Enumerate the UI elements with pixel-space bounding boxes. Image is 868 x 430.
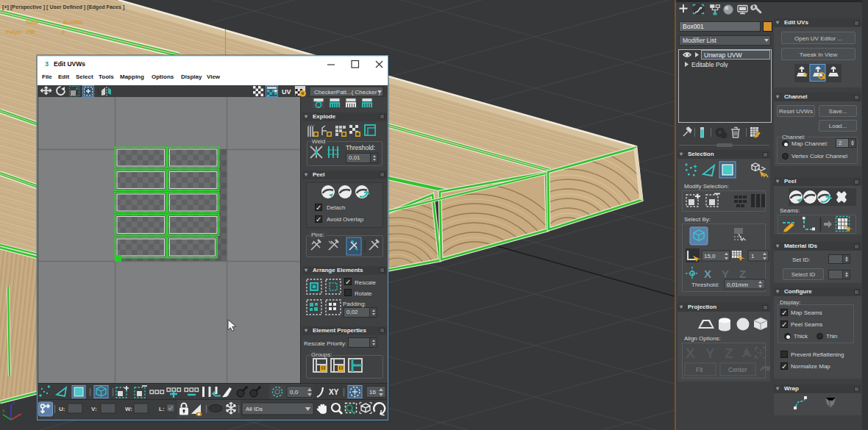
svg-text:X: X (704, 268, 711, 280)
svg-text:Total: Total (26, 19, 38, 26)
svg-text:U:: U: (59, 406, 65, 412)
svg-text:z: z (13, 400, 15, 405)
svg-text:Polys:: Polys: (6, 29, 23, 35)
svg-text:15,0: 15,0 (704, 253, 716, 259)
svg-text:Seams:: Seams: (780, 207, 800, 214)
svg-text:Y: Y (722, 268, 729, 280)
svg-text:V:: V: (91, 406, 97, 412)
svg-text:Modify Selection:: Modify Selection: (684, 183, 729, 190)
svg-text:0,0: 0,0 (290, 389, 299, 395)
svg-text:XY: XY (329, 388, 339, 396)
svg-text:Editable Poly: Editable Poly (691, 61, 728, 68)
svg-text:Unwrap UVW: Unwrap UVW (704, 51, 741, 59)
svg-text:[+] [Perspective ] [ User Defi: [+] [Perspective ] [ User Defined ] [Edg… (2, 4, 124, 10)
svg-text:Select By:: Select By: (684, 216, 711, 223)
svg-text:16: 16 (369, 389, 376, 395)
svg-text:Box001: Box001 (63, 19, 83, 26)
svg-text:X: X (686, 345, 695, 361)
svg-text:750: 750 (26, 29, 35, 35)
svg-text:CheckerPatt...( Checker ): CheckerPatt...( Checker ) (314, 89, 381, 96)
svg-text:Align Options:: Align Options: (684, 335, 721, 342)
svg-text:W:: W: (125, 406, 132, 412)
svg-text:1: 1 (751, 253, 755, 259)
svg-text:Z: Z (739, 268, 746, 280)
svg-text:L:: L: (159, 406, 165, 412)
svg-text:x: x (2, 408, 5, 413)
svg-text:Fit: Fit (696, 366, 703, 373)
svg-text:Threshold:: Threshold: (691, 282, 719, 288)
svg-text:Y: Y (705, 345, 715, 361)
svg-text:Z: Z (725, 345, 733, 361)
svg-text:All IDs: All IDs (246, 406, 263, 412)
svg-text:0,01mm: 0,01mm (727, 282, 748, 288)
svg-text:Center: Center (728, 366, 747, 373)
svg-text:0: 0 (62, 29, 65, 35)
svg-text:UV: UV (282, 88, 291, 96)
